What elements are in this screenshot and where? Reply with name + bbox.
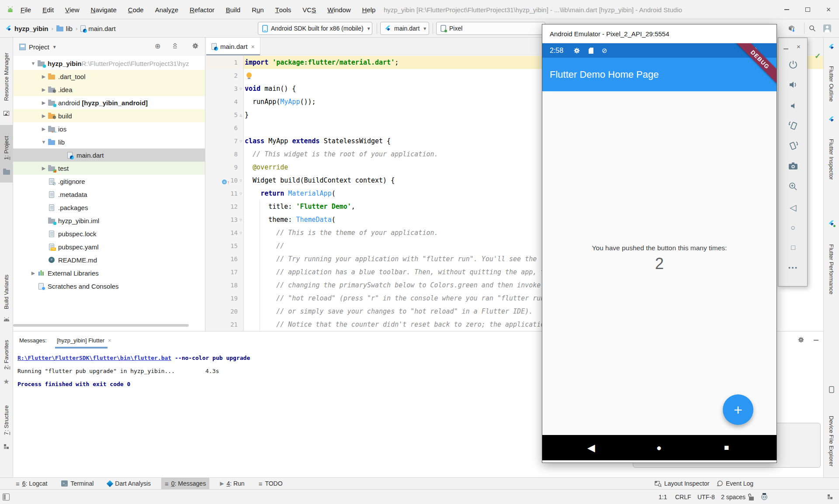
- sdk-manager-icon[interactable]: [787, 24, 796, 33]
- emulator-power-button[interactable]: [778, 60, 808, 69]
- tree-item-readme.md[interactable]: ≡README.md: [13, 253, 205, 266]
- breadcrumb-lib[interactable]: lib: [56, 25, 73, 32]
- tree-item-.gitignore[interactable]: ⊘.gitignore: [13, 175, 205, 188]
- tree-item-pubspec.yaml[interactable]: YMLpubspec.yaml: [13, 240, 205, 253]
- stripe-7-structure[interactable]: 7: Structure: [0, 403, 13, 438]
- emulator-zoom-in-button[interactable]: [778, 182, 808, 191]
- tree-item-.packages[interactable]: .packages: [13, 201, 205, 214]
- tab-close-icon[interactable]: ×: [108, 337, 111, 344]
- chevron-right-icon[interactable]: ▶: [30, 270, 37, 276]
- overrides-method-icon[interactable]: o↑: [222, 177, 230, 185]
- tree-item-main.dart[interactable]: main.dart: [13, 148, 205, 162]
- stripe-flutter-outline[interactable]: Flutter Outline: [824, 55, 839, 113]
- tree-item-build[interactable]: ▶build: [13, 109, 205, 122]
- chevron-down-icon[interactable]: ▼: [40, 139, 47, 145]
- nav-home-icon[interactable]: ●: [656, 435, 662, 460]
- project-header[interactable]: Project ▼ ⊕: [13, 38, 205, 56]
- status-utf-8[interactable]: UTF-8: [697, 490, 715, 504]
- menu-navigate[interactable]: Navigate: [85, 0, 122, 19]
- tree-item-test[interactable]: ▶test: [13, 162, 205, 175]
- fold-marker-icon[interactable]: ▿: [238, 82, 244, 95]
- stripe-2-favorites[interactable]: 2: Favorites: [0, 337, 13, 372]
- chevron-right-icon[interactable]: ▶: [40, 74, 47, 79]
- toolwindow-button-dart-analysis[interactable]: Dart Analysis: [104, 478, 154, 489]
- intention-bulb-icon[interactable]: [246, 72, 252, 79]
- nav-overview-icon[interactable]: ■: [724, 435, 729, 460]
- chevron-right-icon[interactable]: ▶: [40, 166, 47, 171]
- fab-increment-button[interactable]: +: [723, 394, 753, 425]
- stripe-device-file-explorer[interactable]: Device File Explorer: [824, 399, 839, 483]
- toolwindow-button-6-logcat[interactable]: ≡6: Logcat: [12, 478, 51, 489]
- breadcrumb-main-dart[interactable]: main.dart: [80, 25, 116, 32]
- hide-panel-icon[interactable]: [814, 340, 818, 341]
- fold-marker-icon[interactable]: ▿: [238, 135, 244, 148]
- emulator-nav-square-button[interactable]: □: [778, 244, 808, 251]
- tree-item-android[interactable]: ▶android [hyzp_yibin_android]: [13, 96, 205, 109]
- fold-marker-icon[interactable]: ▿: [238, 174, 244, 187]
- emulator-title-bar[interactable]: Android Emulator - Pixel_2_API_29:5554: [542, 24, 777, 43]
- menu-vcs[interactable]: VCS: [297, 0, 322, 19]
- menu-build[interactable]: Build: [220, 0, 246, 19]
- status-1-1[interactable]: 1:1: [659, 490, 667, 504]
- chevron-right-icon[interactable]: ▶: [40, 100, 47, 106]
- chevron-right-icon[interactable]: ▶: [40, 113, 47, 119]
- menu-view[interactable]: View: [59, 0, 85, 19]
- menu-file[interactable]: File: [15, 0, 37, 19]
- profile-avatar[interactable]: [823, 24, 831, 32]
- tree-item-.idea[interactable]: ▶.idea: [13, 83, 205, 96]
- fold-marker-icon[interactable]: ▵: [238, 108, 244, 121]
- menu-help[interactable]: Help: [357, 0, 381, 19]
- emulator-vol-down-button[interactable]: [778, 102, 808, 110]
- toolwindow-button-0-messages[interactable]: ≡0: Messages: [161, 478, 209, 489]
- minimize-icon[interactable]: [776, 0, 797, 19]
- tree-item-external-libraries[interactable]: ▶External Libraries: [13, 266, 205, 280]
- locate-icon[interactable]: ⊕: [155, 43, 160, 50]
- menu-code[interactable]: Code: [122, 0, 149, 19]
- menu-edit[interactable]: Edit: [37, 0, 59, 19]
- status-crlf[interactable]: CRLF: [675, 490, 691, 504]
- menu-analyze[interactable]: Analyze: [149, 0, 184, 19]
- stripe-flutter-inspector[interactable]: Flutter Inspector: [824, 128, 839, 190]
- minimize-icon[interactable]: [784, 48, 788, 49]
- toolwindow-button-todo[interactable]: ≡TODO: [255, 478, 286, 489]
- chevron-down-icon[interactable]: ▼: [30, 61, 37, 66]
- menu-window[interactable]: Window: [322, 0, 356, 19]
- fold-marker-icon[interactable]: ▿: [238, 213, 244, 226]
- emulator-rot-left-button[interactable]: [778, 121, 808, 131]
- toolwindow-button-terminal[interactable]: >_Terminal: [58, 478, 97, 489]
- status-face-icon[interactable]: [761, 490, 767, 504]
- settings-gear-icon[interactable]: [192, 43, 198, 49]
- horizontal-scrollbar[interactable]: [13, 324, 189, 327]
- chevron-right-icon[interactable]: ▶: [40, 87, 47, 93]
- corner-grid-icon[interactable]: [827, 490, 833, 504]
- status-2-spaces[interactable]: 2 spaces: [721, 490, 745, 504]
- tree-item-hyzp-yibin.iml[interactable]: hyzp_yibin.iml: [13, 214, 205, 227]
- tab-main-dart[interactable]: main.dart ×: [206, 38, 260, 55]
- tree-item-.metadata[interactable]: .metadata: [13, 188, 205, 201]
- emulator-nav-home-button[interactable]: ○: [778, 224, 808, 231]
- settings-gear-icon[interactable]: [798, 337, 804, 343]
- stripe-1-project[interactable]: 1: Project: [0, 131, 13, 165]
- fold-marker-icon[interactable]: ▿: [238, 187, 244, 200]
- tool-window-switcher-icon[interactable]: [3, 494, 10, 501]
- tree-item-ios[interactable]: ▶●●●ios: [13, 122, 205, 135]
- emulator-more-button[interactable]: ●●●: [778, 266, 808, 270]
- stripe-flutter-performance[interactable]: Flutter Performance: [824, 233, 839, 305]
- collapse-all-icon[interactable]: [172, 43, 178, 48]
- emulator-rot-right-button[interactable]: [778, 141, 808, 151]
- run-config-selector[interactable]: main.dart ▼: [380, 22, 429, 35]
- emulator-nav-back-button[interactable]: ◁: [778, 203, 808, 212]
- toolwindow-button-4-run[interactable]: ▶4: Run: [216, 478, 248, 489]
- tree-item-.dart-tool[interactable]: ▶.dart_tool: [13, 70, 205, 83]
- lock-open-icon[interactable]: [749, 490, 754, 504]
- nav-back-icon[interactable]: ◀: [587, 435, 595, 460]
- close-icon[interactable]: ×: [818, 0, 839, 19]
- device-selector[interactable]: Android SDK built for x86 (mobile) ▼: [258, 22, 372, 35]
- device-button[interactable]: Pixel: [436, 22, 545, 35]
- toolwindow-button-layout-inspector[interactable]: Layout Inspector: [655, 478, 710, 489]
- toolwindow-button-event-log[interactable]: Event Log: [717, 478, 753, 489]
- tree-item-hyzp-yibin[interactable]: ▼hyzp_yibin R:\FlutterProject\FlutterPro…: [13, 57, 205, 70]
- stripe-build-variants[interactable]: Build Variants: [0, 272, 13, 312]
- menu-run[interactable]: Run: [246, 0, 270, 19]
- menu-tools[interactable]: Tools: [270, 0, 297, 19]
